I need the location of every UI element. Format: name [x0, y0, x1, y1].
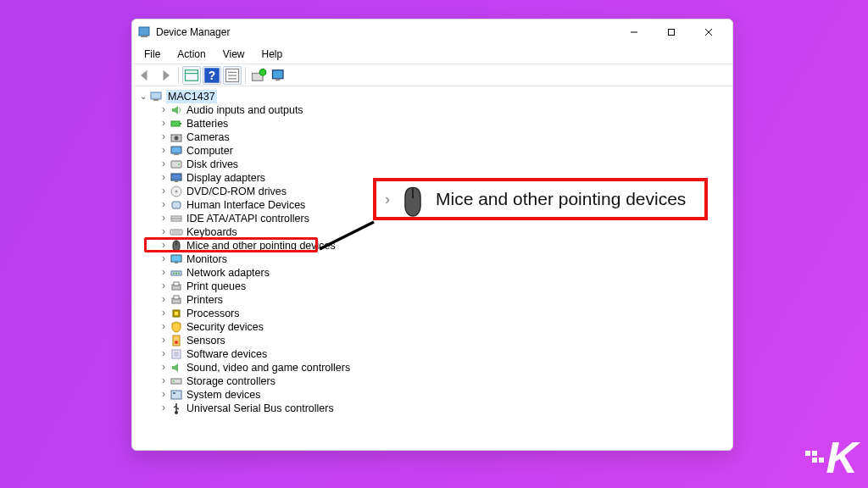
- chevron-right-icon[interactable]: [158, 402, 170, 416]
- tree-item[interactable]: Storage controllers: [158, 374, 731, 388]
- tree-item[interactable]: Sound, video and game controllers: [158, 361, 731, 374]
- tree-root[interactable]: MAC1437: [137, 90, 731, 103]
- tree-item[interactable]: Audio inputs and outputs: [158, 103, 731, 117]
- tree-item-label: Universal Serial Bus controllers: [186, 402, 334, 415]
- svg-rect-18: [151, 92, 161, 99]
- svg-rect-50: [175, 312, 178, 315]
- svg-rect-1: [141, 36, 147, 37]
- tree-item-label: Sensors: [186, 334, 225, 347]
- svg-rect-54: [174, 352, 179, 357]
- ide-icon: [170, 212, 183, 225]
- svg-point-15: [259, 69, 266, 75]
- svg-rect-35: [170, 230, 182, 235]
- tree-item-label: Processors: [186, 307, 240, 320]
- expand-icon[interactable]: [137, 90, 149, 103]
- disk-icon: [170, 158, 183, 171]
- svg-rect-29: [175, 180, 178, 182]
- svg-rect-26: [171, 161, 181, 168]
- svg-rect-21: [180, 123, 181, 125]
- svg-rect-19: [153, 99, 159, 101]
- tree-item[interactable]: Software devices: [158, 347, 731, 361]
- mouse-icon: [170, 239, 183, 252]
- device-manager-window: Device Manager File Action View Help ? M: [131, 19, 733, 451]
- help-button[interactable]: ?: [203, 66, 221, 85]
- tree-item[interactable]: Cameras: [158, 130, 731, 144]
- minimize-button[interactable]: [615, 19, 653, 45]
- menu-help[interactable]: Help: [255, 47, 290, 62]
- tree-item[interactable]: Universal Serial Bus controllers: [158, 402, 731, 415]
- tree-item-label: Keyboards: [186, 225, 237, 239]
- close-button[interactable]: [690, 19, 727, 45]
- tree-item[interactable]: Processors: [158, 307, 731, 320]
- sensor-icon: [170, 334, 183, 347]
- system-icon: [170, 388, 183, 402]
- tree-item-label: Software devices: [186, 347, 267, 361]
- maximize-button[interactable]: [653, 19, 690, 45]
- tree-item-label: Disk drives: [186, 158, 238, 171]
- tree-item-label: Human Interface Devices: [186, 198, 305, 212]
- software-icon: [170, 347, 183, 361]
- svg-rect-58: [173, 392, 175, 394]
- tree-item-label: System devices: [186, 388, 261, 402]
- svg-rect-24: [171, 147, 181, 153]
- computer-icon: [149, 90, 163, 103]
- svg-rect-55: [171, 379, 181, 384]
- properties-button[interactable]: [223, 66, 242, 85]
- tree-item-label: Display adapters: [186, 171, 265, 185]
- tree-item-label: Sound, video and game controllers: [186, 361, 350, 374]
- tree-item-label: Batteries: [186, 117, 228, 130]
- chevron-right-icon: ›: [385, 191, 390, 208]
- tree-item[interactable]: Disk drives: [158, 158, 731, 171]
- svg-point-44: [178, 273, 180, 274]
- svg-point-31: [175, 191, 178, 193]
- toolbar: ?: [132, 64, 732, 86]
- tree-item[interactable]: System devices: [158, 388, 731, 402]
- tree-item[interactable]: Batteries: [158, 117, 731, 130]
- nav-forward-button[interactable]: [156, 66, 175, 85]
- tree-item[interactable]: Security devices: [158, 320, 731, 334]
- scan-hardware-button[interactable]: [249, 66, 268, 85]
- computer-icon: [170, 144, 183, 158]
- svg-rect-46: [174, 282, 179, 286]
- tree-item-label: Storage controllers: [186, 374, 275, 388]
- tree-item[interactable]: Printers: [158, 293, 731, 307]
- device-tree[interactable]: MAC1437 Audio inputs and outputsBatterie…: [132, 86, 732, 450]
- window-title: Device Manager: [156, 26, 615, 38]
- svg-rect-40: [175, 262, 178, 263]
- tree-item-label: Computer: [186, 144, 233, 158]
- svg-rect-0: [139, 27, 149, 36]
- tree-item[interactable]: Mice and other pointing devices: [158, 239, 731, 252]
- security-icon: [170, 320, 183, 334]
- printq-icon: [170, 280, 183, 293]
- tree-item[interactable]: Computer: [158, 144, 731, 158]
- audio-icon: [170, 103, 183, 117]
- menu-action[interactable]: Action: [170, 47, 212, 62]
- svg-rect-25: [174, 153, 179, 155]
- svg-rect-28: [171, 174, 181, 180]
- dvd-icon: [170, 185, 183, 198]
- tree-item[interactable]: Monitors: [158, 252, 731, 266]
- keyboard-icon: [170, 225, 183, 239]
- usb-icon: [170, 402, 183, 415]
- tree-item-label: Mice and other pointing devices: [186, 239, 336, 252]
- tree-item[interactable]: Network adapters: [158, 266, 731, 280]
- tree-item-label: Monitors: [186, 252, 227, 266]
- titlebar: Device Manager: [132, 19, 732, 45]
- display-icon: [170, 171, 183, 185]
- tree-item-label: Audio inputs and outputs: [186, 103, 303, 117]
- svg-line-62: [320, 222, 374, 249]
- tree-item[interactable]: Print queues: [158, 280, 731, 293]
- network-icon: [170, 266, 183, 280]
- menu-view[interactable]: View: [216, 47, 252, 62]
- tree-item-label: Security devices: [186, 320, 264, 334]
- svg-point-43: [175, 273, 177, 274]
- tree-item[interactable]: Sensors: [158, 334, 731, 347]
- tree-children: Audio inputs and outputsBatteriesCameras…: [134, 103, 731, 415]
- tree-item[interactable]: Keyboards: [158, 225, 731, 239]
- show-hide-tree-button[interactable]: [182, 66, 201, 85]
- nav-back-button[interactable]: [136, 66, 154, 85]
- devices-and-printers-button[interactable]: [270, 66, 288, 85]
- battery-icon: [170, 117, 183, 130]
- menu-file[interactable]: File: [137, 47, 167, 62]
- svg-rect-17: [275, 78, 280, 80]
